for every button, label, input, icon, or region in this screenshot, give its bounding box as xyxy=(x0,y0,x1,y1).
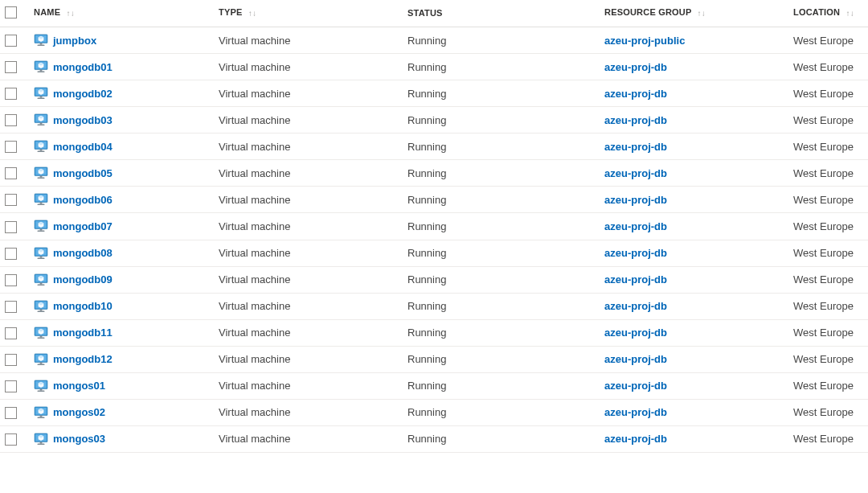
resource-group-link[interactable]: azeu-proj-db xyxy=(604,273,667,286)
resource-group-link[interactable]: azeu-proj-db xyxy=(604,380,667,392)
row-checkbox[interactable] xyxy=(5,433,17,446)
resource-group-link[interactable]: azeu-proj-db xyxy=(604,167,667,179)
cell-type: Virtual machine xyxy=(214,213,403,240)
resource-name-link[interactable]: mongodb07 xyxy=(53,220,113,232)
resource-group-link[interactable]: azeu-proj-db xyxy=(604,114,667,126)
resource-name-link[interactable]: mongos03 xyxy=(53,433,105,445)
header-resource-group[interactable]: RESOURCE GROUP ↑↓ xyxy=(600,0,788,27)
cell-type: Virtual machine xyxy=(214,160,403,187)
table-row[interactable]: mongodb05 Virtual machine Running azeu-p… xyxy=(0,160,868,187)
row-checkbox[interactable] xyxy=(5,221,17,233)
row-checkbox[interactable] xyxy=(5,301,17,313)
row-checkbox[interactable] xyxy=(5,194,17,206)
cell-name: jumpbox xyxy=(29,27,214,54)
resource-group-link[interactable]: azeu-proj-public xyxy=(604,35,685,47)
row-checkbox[interactable] xyxy=(5,327,17,339)
svg-rect-59 xyxy=(38,417,45,417)
row-checkbox[interactable] xyxy=(5,407,17,419)
cell-name: mongos03 xyxy=(29,425,214,452)
cell-location: West Europe xyxy=(788,80,868,107)
resource-group-link[interactable]: azeu-proj-db xyxy=(604,61,667,73)
resource-group-link[interactable]: azeu-proj-db xyxy=(604,327,667,339)
row-checkbox[interactable] xyxy=(5,61,17,73)
row-checkbox[interactable] xyxy=(5,380,17,392)
table-row[interactable]: mongodb08 Virtual machine Running azeu-p… xyxy=(0,240,868,266)
table-row[interactable]: mongodb01 Virtual machine Running azeu-p… xyxy=(0,54,868,80)
row-checkbox-cell xyxy=(0,54,29,80)
row-checkbox[interactable] xyxy=(5,354,17,366)
resource-group-link[interactable]: azeu-proj-db xyxy=(604,194,667,206)
table-row[interactable]: mongodb07 Virtual machine Running azeu-p… xyxy=(0,213,868,240)
resource-group-link[interactable]: azeu-proj-db xyxy=(604,247,667,259)
row-checkbox[interactable] xyxy=(5,88,17,100)
cell-resource-group: azeu-proj-db xyxy=(600,187,788,213)
resource-name-link[interactable]: mongodb02 xyxy=(53,88,113,100)
row-checkbox[interactable] xyxy=(5,141,17,153)
table-row[interactable]: mongodb11 Virtual machine Running azeu-p… xyxy=(0,319,868,346)
table-row[interactable]: mongodb10 Virtual machine Running azeu-p… xyxy=(0,293,868,319)
resource-name-link[interactable]: mongodb11 xyxy=(53,327,113,339)
resource-group-link[interactable]: azeu-proj-db xyxy=(604,353,667,365)
header-name[interactable]: NAME ↑↓ xyxy=(29,0,214,27)
cell-location: West Europe xyxy=(788,240,868,266)
row-checkbox-cell xyxy=(0,160,29,187)
resource-name-link[interactable]: jumpbox xyxy=(53,35,96,47)
cell-name: mongodb03 xyxy=(29,107,214,134)
table-row[interactable]: mongos03 Virtual machine Running azeu-pr… xyxy=(0,425,868,452)
table-row[interactable]: mongodb02 Virtual machine Running azeu-p… xyxy=(0,80,868,107)
cell-location: West Europe xyxy=(788,27,868,54)
row-checkbox[interactable] xyxy=(5,167,17,179)
resource-name-link[interactable]: mongos01 xyxy=(53,380,105,392)
header-type[interactable]: TYPE ↑↓ xyxy=(214,0,403,27)
table-row[interactable]: mongodb09 Virtual machine Running azeu-p… xyxy=(0,266,868,293)
table-row[interactable]: mongodb04 Virtual machine Running azeu-p… xyxy=(0,134,868,160)
resource-name-link[interactable]: mongodb03 xyxy=(53,114,113,126)
table-row[interactable]: mongos01 Virtual machine Running azeu-pr… xyxy=(0,372,868,399)
resource-name-link[interactable]: mongodb04 xyxy=(53,141,113,153)
resource-name-link[interactable]: mongodb01 xyxy=(53,61,113,73)
cell-status: Running xyxy=(403,240,600,266)
resource-name-link[interactable]: mongodb08 xyxy=(53,247,113,259)
table-row[interactable]: mongodb06 Virtual machine Running azeu-p… xyxy=(0,187,868,213)
cell-type: Virtual machine xyxy=(214,346,403,372)
cell-resource-group: azeu-proj-db xyxy=(600,266,788,293)
table-row[interactable]: mongodb03 Virtual machine Running azeu-p… xyxy=(0,107,868,134)
table-row[interactable]: mongodb12 Virtual machine Running azeu-p… xyxy=(0,346,868,372)
cell-status: Running xyxy=(403,399,600,425)
select-all-checkbox[interactable] xyxy=(5,6,17,18)
row-checkbox-cell xyxy=(0,319,29,346)
resource-group-link[interactable]: azeu-proj-db xyxy=(604,406,667,418)
table-row[interactable]: mongos02 Virtual machine Running azeu-pr… xyxy=(0,399,868,425)
row-checkbox-cell xyxy=(0,80,29,107)
cell-resource-group: azeu-proj-db xyxy=(600,399,788,425)
cell-status: Running xyxy=(403,80,600,107)
cell-location: West Europe xyxy=(788,213,868,240)
row-checkbox[interactable] xyxy=(5,35,17,47)
cell-location: West Europe xyxy=(788,187,868,213)
row-checkbox[interactable] xyxy=(5,248,17,260)
cell-type: Virtual machine xyxy=(214,187,403,213)
resource-name-link[interactable]: mongodb12 xyxy=(53,353,113,365)
row-checkbox[interactable] xyxy=(5,114,17,126)
resource-name-link[interactable]: mongodb10 xyxy=(53,300,113,312)
resource-group-link[interactable]: azeu-proj-db xyxy=(604,141,667,153)
resource-group-link[interactable]: azeu-proj-db xyxy=(604,433,667,445)
cell-name: mongodb11 xyxy=(29,319,214,346)
vm-icon xyxy=(34,87,48,100)
resource-name-link[interactable]: mongodb06 xyxy=(53,194,113,206)
resource-group-link[interactable]: azeu-proj-db xyxy=(604,300,667,312)
cell-status: Running xyxy=(403,425,600,452)
resource-group-link[interactable]: azeu-proj-db xyxy=(604,88,667,100)
table-row[interactable]: jumpbox Virtual machine Running azeu-pro… xyxy=(0,27,868,54)
header-status[interactable]: STATUS xyxy=(403,0,600,27)
resource-name-link[interactable]: mongos02 xyxy=(53,406,105,418)
header-location[interactable]: LOCATION ↑↓ xyxy=(788,0,868,27)
header-name-label: NAME xyxy=(34,7,60,17)
row-checkbox[interactable] xyxy=(5,274,17,286)
cell-location: West Europe xyxy=(788,319,868,346)
svg-rect-34 xyxy=(40,256,43,257)
resource-group-link[interactable]: azeu-proj-db xyxy=(604,220,667,232)
resource-name-link[interactable]: mongodb09 xyxy=(53,273,113,286)
resource-name-link[interactable]: mongodb05 xyxy=(53,167,113,179)
cell-resource-group: azeu-proj-db xyxy=(600,134,788,160)
